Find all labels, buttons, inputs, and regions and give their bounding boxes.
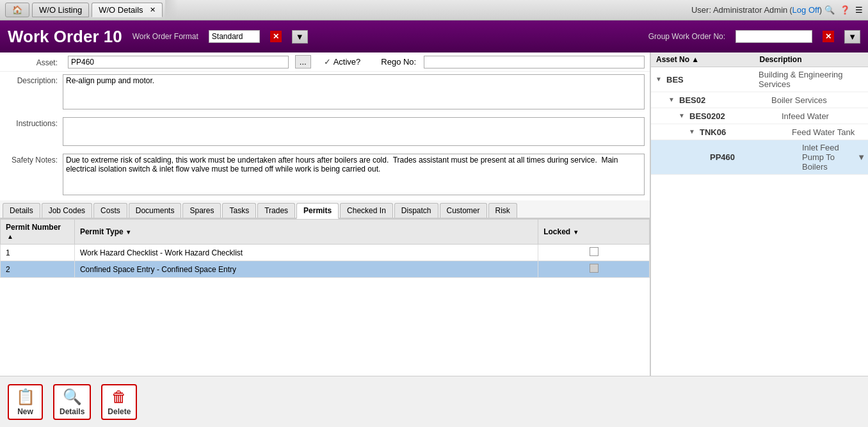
- new-button[interactable]: 📋 New: [8, 384, 43, 420]
- col-header-locked[interactable]: Locked ▾: [538, 220, 650, 245]
- arrow-bes0202: ▼: [677, 111, 687, 121]
- tabs-bar: Details Job Codes Costs Documents Spares…: [0, 200, 650, 219]
- safety-row: Safety Notes: Due to extreme risk of sca…: [0, 151, 650, 198]
- nav-tab-wo-listing-label: W/O Listing: [39, 5, 82, 15]
- rego-label: Rego No:: [381, 57, 416, 67]
- tab-documents[interactable]: Documents: [129, 203, 182, 218]
- asset-input[interactable]: [68, 56, 289, 68]
- asset-code-bes02: BES02: [679, 95, 769, 105]
- tab-costs[interactable]: Costs: [93, 203, 127, 218]
- permit-locked-2[interactable]: [538, 261, 650, 278]
- format-label: Work Order Format: [133, 32, 198, 41]
- search-icon[interactable]: 🔍: [824, 5, 835, 15]
- tab-spares[interactable]: Spares: [182, 203, 221, 218]
- tab-trades[interactable]: Trades: [257, 203, 295, 218]
- group-wo-input[interactable]: [735, 30, 812, 43]
- tab-tasks[interactable]: Tasks: [222, 203, 256, 218]
- table-row[interactable]: 2 Confined Space Entry - Confined Space …: [1, 261, 650, 278]
- format-clear-button[interactable]: ✕: [270, 31, 282, 42]
- permit-locked-1[interactable]: [538, 245, 650, 261]
- page-header: Work Order 10 Work Order Format ✕ ▼ Grou…: [0, 20, 868, 52]
- tab-risk[interactable]: Risk: [488, 203, 517, 218]
- instructions-row: Instructions:: [0, 115, 650, 149]
- asset-tree-header: Asset No ▲ Description: [651, 52, 868, 67]
- left-panel: Asset: ... ✓ Active? Rego No: Descriptio…: [0, 52, 650, 427]
- asset-tree: ▼ BES Building & Engineering Services ▼ …: [651, 67, 868, 427]
- new-icon: 📋: [16, 388, 35, 406]
- arrow-bes02: ▼: [666, 95, 677, 105]
- tab-details[interactable]: Details: [3, 203, 40, 218]
- permit-type-2: Confined Space Entry - Confined Space En…: [74, 261, 538, 278]
- close-tab-icon[interactable]: ✕: [150, 6, 156, 14]
- group-wo-dropdown-button[interactable]: ▼: [844, 30, 860, 44]
- rego-input[interactable]: [424, 56, 645, 68]
- asset-desc-tnk06: Feed Water Tank: [792, 127, 865, 137]
- help-icon[interactable]: ❓: [840, 5, 850, 15]
- active-checkmark: ✓: [324, 57, 331, 67]
- tab-permits[interactable]: Permits: [296, 203, 339, 219]
- details-label: Details: [60, 407, 84, 416]
- arrow-bes: ▼: [654, 74, 664, 85]
- col-header-permit-number[interactable]: Permit Number ▲: [1, 220, 75, 245]
- permits-table: Permit Number ▲ Permit Type ▾ Locked ▾ 1…: [0, 219, 650, 278]
- instructions-label: Instructions:: [5, 117, 63, 128]
- asset-code-bes: BES: [666, 75, 756, 85]
- home-button[interactable]: 🏠: [5, 3, 29, 17]
- instructions-input[interactable]: [63, 117, 645, 146]
- group-wo-label: Group Work Order No:: [648, 32, 725, 41]
- arrow-pp460: [697, 152, 707, 163]
- permit-type-1: Work Hazard Checklist - Work Hazard Chec…: [74, 245, 538, 261]
- active-label: Active?: [334, 57, 361, 67]
- col-type-sort-icon: ▾: [127, 229, 130, 236]
- asset-desc-pp460: Inlet Feed Pump To Boilers: [802, 143, 855, 172]
- asset-code-pp460: PP460: [710, 152, 800, 162]
- safety-label: Safety Notes:: [5, 154, 63, 165]
- format-dropdown-button[interactable]: ▼: [292, 30, 308, 44]
- asset-tree-node-bes02[interactable]: ▼ BES02 Boiler Services: [651, 92, 868, 108]
- tab-checked-in[interactable]: Checked In: [340, 203, 393, 218]
- safety-input[interactable]: Due to extreme risk of scalding, this wo…: [63, 154, 645, 195]
- description-header[interactable]: Description: [760, 55, 864, 64]
- asset-tree-node-bes0202[interactable]: ▼ BES0202 Infeed Water: [651, 108, 868, 124]
- tab-job-codes[interactable]: Job Codes: [42, 203, 92, 218]
- asset-label: Asset:: [5, 56, 63, 67]
- permit-number-1: 1: [1, 245, 75, 261]
- permit-number-2: 2: [1, 261, 75, 278]
- arrow-tnk06: ▼: [687, 127, 697, 137]
- delete-button[interactable]: 🗑 Delete: [101, 384, 137, 420]
- asset-tree-node-bes[interactable]: ▼ BES Building & Engineering Services: [651, 67, 868, 92]
- top-navigation: 🏠 W/O Listing W/O Details ✕ User: Admini…: [0, 0, 868, 20]
- tab-customer[interactable]: Customer: [440, 203, 487, 218]
- asset-desc-bes02: Boiler Services: [771, 95, 865, 105]
- asset-code-tnk06: TNK06: [700, 127, 789, 137]
- details-button[interactable]: 🔍 Details: [53, 384, 91, 420]
- new-label: New: [17, 407, 33, 416]
- format-input[interactable]: [209, 30, 260, 43]
- logoff-link[interactable]: Log Off: [792, 5, 819, 15]
- table-row[interactable]: 1 Work Hazard Checklist - Work Hazard Ch…: [1, 245, 650, 261]
- user-info: User: Administrator Admin (Log Off): [691, 5, 822, 15]
- col-header-permit-type[interactable]: Permit Type ▾: [74, 220, 538, 245]
- asset-tree-node-pp460[interactable]: PP460 Inlet Feed Pump To Boilers ▼: [651, 140, 868, 175]
- menu-icon[interactable]: ☰: [855, 5, 863, 15]
- asset-tree-node-tnk06[interactable]: ▼ TNK06 Feed Water Tank: [651, 124, 868, 140]
- delete-icon: 🗑: [111, 388, 127, 406]
- asset-no-header[interactable]: Asset No ▲: [656, 55, 760, 64]
- description-label: Description:: [5, 74, 63, 85]
- group-wo-clear-button[interactable]: ✕: [823, 31, 834, 42]
- main-content: Asset: ... ✓ Active? Rego No: Descriptio…: [0, 52, 868, 427]
- scroll-arrow-pp460: ▼: [857, 152, 865, 162]
- locked-checkbox-2[interactable]: [590, 264, 599, 273]
- locked-checkbox-1[interactable]: [590, 247, 599, 256]
- right-panel: Asset No ▲ Description ▼ BES Building & …: [650, 52, 868, 427]
- asset-desc-bes0202: Infeed Water: [782, 111, 865, 121]
- details-icon: 🔍: [63, 388, 82, 406]
- delete-label: Delete: [108, 407, 131, 416]
- asset-browse-button[interactable]: ...: [295, 55, 311, 68]
- description-input[interactable]: Re-align pump and motor.: [63, 74, 645, 109]
- description-row: Description: Re-align pump and motor.: [0, 72, 650, 112]
- nav-tab-wo-details[interactable]: W/O Details ✕: [92, 3, 162, 17]
- tab-dispatch[interactable]: Dispatch: [394, 203, 438, 218]
- asset-desc-bes: Building & Engineering Services: [759, 70, 865, 89]
- nav-tab-wo-listing[interactable]: W/O Listing: [32, 3, 89, 17]
